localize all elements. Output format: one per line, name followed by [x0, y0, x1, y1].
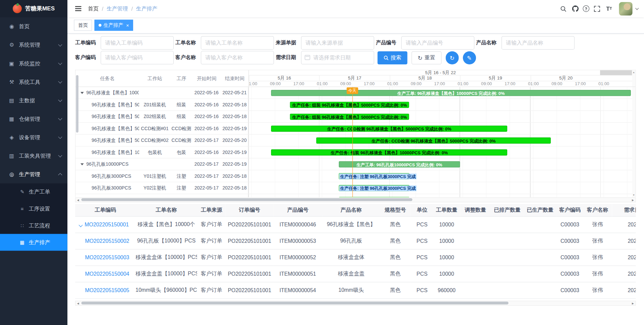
- sidebar-item-process-flow[interactable]: ∷工艺流程: [0, 217, 67, 234]
- sidebar-item-system-management[interactable]: ⚙系统管理: [0, 36, 67, 54]
- hscroll-track[interactable]: [80, 301, 631, 306]
- sidebar-item-production-scheduling[interactable]: ▦生产排产: [0, 234, 67, 251]
- search-icon[interactable]: [558, 4, 568, 13]
- gantt-task-row[interactable]: 96孔移液盒【黑色】5000PCCD检测#02CCD检测2022-05-1720…: [75, 134, 248, 146]
- search-button[interactable]: 搜索: [377, 51, 407, 64]
- product-name-input[interactable]: [501, 36, 575, 50]
- scroll-right-icon[interactable]: ►: [631, 302, 636, 305]
- gantt-task-row[interactable]: 96孔孔板3000PCSY01注塑机注塑2022-05-172022-05-18: [75, 170, 248, 182]
- workorder-bar[interactable]: 生产工单: 96孔移液盒【黑色】10000PCS 完成比例: 0%: [271, 90, 631, 96]
- device-icon: ◈: [8, 134, 15, 140]
- task-bar[interactable]: 生产任务: CCD检测 96孔移液盒【黑色】5000PCS 完成比例: 0%: [271, 125, 507, 131]
- sidebar-item-process-settings[interactable]: ≡工序设置: [0, 200, 67, 217]
- product-code-input[interactable]: [401, 36, 474, 50]
- order-row[interactable]: MO20220515000510mm吸头【960000】PCS客户订单PO202…: [75, 282, 636, 299]
- expand-chevron-icon[interactable]: [79, 223, 83, 227]
- orders-hscrollbar[interactable]: ◄ ►: [75, 301, 636, 306]
- gantt-chart-row[interactable]: 生产任务: 注塑 96孔孔板3000PCS 完成: [249, 182, 632, 194]
- workorder-bar[interactable]: 生产工单: 96孔孔板10000PCS 完成比例: 0%: [339, 161, 460, 167]
- gantt-task-row[interactable]: 96孔孔板10000PCS2022-05-172022-05-19: [75, 158, 248, 170]
- sidebar-item-master-data[interactable]: ▤主数据: [0, 91, 67, 110]
- hscroll-track[interactable]: [80, 197, 631, 202]
- breadcrumb-item[interactable]: 首页: [88, 5, 99, 12]
- gantt-chart-row[interactable]: 生产任务: CCD检测 96孔移液盒【黑色】5000PCS 完成比例: 0%: [249, 123, 632, 134]
- user-avatar[interactable]: [619, 2, 632, 15]
- sidebar-item-warehouse-management[interactable]: ▦仓储管理: [0, 110, 67, 128]
- avatar-dropdown-icon[interactable]: [635, 6, 639, 10]
- scroll-right-icon[interactable]: ►: [631, 198, 636, 202]
- app-logo[interactable]: 苦糖果MES: [0, 0, 67, 17]
- sidebar-item-production-management[interactable]: ◎生产管理: [0, 165, 67, 183]
- gantt-task-row[interactable]: 96孔移液盒【黑色】10000P2022-05-162022-05-21: [75, 87, 248, 99]
- gantt-chart-row[interactable]: 生产任务: 包装 96孔移液盒【黑色】10000PCS 完成比例: 0%: [249, 147, 632, 158]
- hscroll-thumb[interactable]: [81, 198, 412, 201]
- order-code-link[interactable]: MO202205150002: [85, 238, 129, 244]
- gantt-task-row[interactable]: 96孔孔板3000PCSY03注塑机注塑2022-05-172022-05-18: [75, 194, 248, 198]
- sync-button[interactable]: ↻: [445, 51, 459, 64]
- sidebar-item-equipment-management[interactable]: ◈设备管理: [0, 128, 67, 147]
- gantt-chart-row[interactable]: 生产任务: 组装 96孔移液盒【黑色】5000PCS 完成比例: 0%: [249, 99, 632, 111]
- gantt-task-row[interactable]: 96孔移液盒【黑色】1000包装机包装2022-05-162022-05-19: [75, 147, 248, 158]
- task-bar[interactable]: 生产任务: 注塑 96孔孔板3000PCS 完成: [339, 185, 409, 191]
- hamburger-icon[interactable]: [75, 6, 81, 11]
- github-icon[interactable]: [571, 4, 580, 13]
- collapse-triangle-icon[interactable]: [80, 92, 84, 94]
- scroll-left-icon[interactable]: ◄: [75, 302, 80, 305]
- scroll-down-icon[interactable]: ▼: [632, 193, 635, 197]
- hscroll-thumb[interactable]: [81, 302, 508, 305]
- gantt-chart-row[interactable]: 生产工单: 96孔移液盒【黑色】10000PCS 完成比例: 0%: [249, 87, 632, 99]
- gantt-start: 2022-05-16: [192, 126, 221, 131]
- sidebar-item-home[interactable]: ◉首页: [0, 17, 67, 36]
- gantt-hscrollbar[interactable]: ◄ ►: [75, 197, 636, 202]
- close-icon[interactable]: ×: [126, 22, 129, 28]
- workorder-name-input[interactable]: [201, 36, 274, 50]
- task-bar[interactable]: 生产任务: 注塑 96孔孔板3000PCS 完成: [339, 173, 409, 179]
- order-code-link[interactable]: MO202205150003: [85, 254, 129, 260]
- source-doc-input[interactable]: [301, 36, 374, 50]
- demand-date-input[interactable]: [301, 51, 374, 64]
- gantt-chart-row[interactable]: 生产任务: CCD检测 96孔移液盒【黑色】5000PCS 完成比例: 0%: [249, 134, 632, 146]
- order-row[interactable]: MO202205150003移液盒盒体【10000】PCS客户订单PO20220…: [75, 249, 636, 266]
- sidebar-item-system-monitor[interactable]: ▣系统监控: [0, 54, 67, 72]
- help-icon[interactable]: ?: [583, 5, 590, 12]
- sidebar-item-fixture-management[interactable]: ▥工装夹具管理: [0, 147, 67, 165]
- task-bar[interactable]: 生产任务: 组装 96孔移液盒【黑色】5000PCS 完成比例: 0%: [290, 102, 409, 108]
- gantt-end: 2022-05-18: [221, 185, 248, 191]
- order-code-link[interactable]: MO202205150001: [85, 221, 129, 227]
- gantt-chart-row[interactable]: 生产任务: 注塑 96孔孔板3000PCS 完成: [249, 194, 632, 198]
- customer-name-input[interactable]: [201, 51, 274, 64]
- font-size-icon[interactable]: TT: [604, 4, 614, 13]
- order-row[interactable]: MO20220515000296孔孔板【10000】PCS客户订单PO20220…: [75, 233, 636, 249]
- order-row[interactable]: MO202205150001移液盒【黑色】10000个客户订单PO2022051…: [75, 216, 636, 233]
- order-code-link[interactable]: MO202205150004: [85, 271, 129, 277]
- gantt-chart-row[interactable]: 生产工单: 96孔孔板10000PCS 完成比例: 0%: [249, 158, 632, 170]
- task-bar[interactable]: 生产任务: 组装 96孔移液盒【黑色】5000PCS 完成比例: 0%: [290, 114, 409, 120]
- gantt-task-row[interactable]: 96孔移液盒【黑色】5000PZ02组装机组装2022-05-162022-05…: [75, 111, 248, 122]
- customer-code-input[interactable]: [101, 51, 174, 64]
- gantt-chart-row[interactable]: 生产任务: 组装 96孔移液盒【黑色】5000PCS 完成比例: 0%: [249, 111, 632, 122]
- order-row[interactable]: MO202205150004移液盒盒盖【10000】PCS客户订单PO20220…: [75, 266, 636, 282]
- scroll-left-icon[interactable]: ◄: [75, 198, 80, 202]
- order-code-link[interactable]: MO202205150005: [85, 287, 129, 293]
- tab-active[interactable]: 生产排产×: [95, 20, 133, 31]
- task-bar[interactable]: 生产任务: 包装 96孔移液盒【黑色】10000PCS 完成比例: 0%: [271, 149, 507, 155]
- edit-button[interactable]: ✎: [463, 51, 476, 64]
- reset-button[interactable]: ↻ 重置: [412, 51, 441, 64]
- tab-item[interactable]: 首页: [74, 20, 92, 31]
- task-bar[interactable]: 生产任务: CCD检测 96孔移液盒【黑色】5000PCS 完成比例: 0%: [316, 138, 551, 144]
- gantt-task-row[interactable]: 96孔移液盒【黑色】5000PCCD检测#01CCD检测2022-05-1620…: [75, 123, 248, 134]
- orders-col-header: 产品名称: [322, 204, 380, 216]
- scroll-up-icon[interactable]: ▲: [632, 70, 635, 74]
- collapse-triangle-icon[interactable]: [80, 163, 84, 165]
- workorder-code-input[interactable]: [101, 36, 174, 50]
- sidebar-item-production-workorder[interactable]: ✎生产工单: [0, 183, 67, 200]
- gantt-vscrollbar[interactable]: ▼: [632, 87, 635, 197]
- gantt-chart-row[interactable]: 生产任务: 注塑 96孔孔板3000PCS 完成: [249, 170, 632, 182]
- breadcrumb-item[interactable]: 生产排产: [136, 5, 158, 12]
- vscroll-thumb[interactable]: [76, 87, 78, 132]
- sidebar-item-system-tools[interactable]: ⚒系统工具: [0, 73, 67, 91]
- gantt-task-row[interactable]: 96孔移液盒【黑色】5000PZ01组装机组装2022-05-162022-05…: [75, 99, 248, 111]
- fullscreen-icon[interactable]: [592, 4, 601, 13]
- gantt-task-row[interactable]: 96孔孔板3000PCSY02注塑机注塑2022-05-172022-05-18: [75, 182, 248, 194]
- breadcrumb-item[interactable]: 生产管理: [107, 5, 128, 12]
